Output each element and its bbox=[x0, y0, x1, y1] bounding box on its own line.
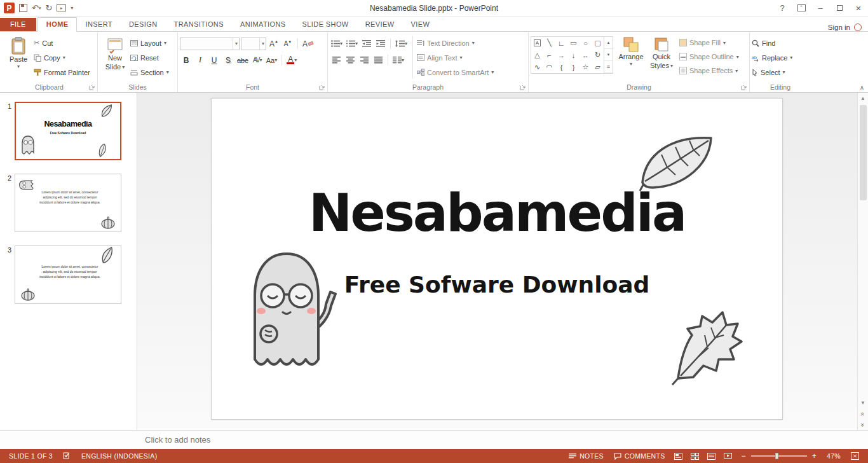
language-indicator[interactable]: ENGLISH (INDONESIA) bbox=[76, 449, 162, 463]
slide-sorter-view-button[interactable] bbox=[686, 449, 703, 463]
tab-transitions[interactable]: TRANSITIONS bbox=[166, 18, 232, 31]
slide-show-button[interactable] bbox=[719, 449, 736, 463]
font-size-combo[interactable]: ▾ bbox=[241, 38, 266, 50]
tab-review[interactable]: REVIEW bbox=[357, 18, 403, 31]
collapse-ribbon-button[interactable]: ∧ bbox=[860, 84, 864, 91]
copy-button[interactable]: Copy▾ bbox=[34, 52, 90, 64]
character-spacing-button[interactable]: AV▾ bbox=[251, 53, 264, 67]
align-left-button[interactable] bbox=[330, 53, 342, 67]
paste-button[interactable]: Paste▾ bbox=[3, 34, 34, 69]
shape-brace-right[interactable]: } bbox=[567, 61, 580, 73]
shape-elbow[interactable]: ∟ bbox=[555, 37, 567, 49]
text-direction-button[interactable]: Text Direction▾ bbox=[417, 37, 494, 49]
find-button[interactable]: Find bbox=[752, 37, 792, 49]
text-shadow-button[interactable]: S bbox=[222, 53, 234, 67]
maximize-button[interactable] bbox=[830, 0, 849, 16]
tab-animations[interactable]: ANIMATIONS bbox=[232, 18, 294, 31]
bold-button[interactable]: B bbox=[180, 53, 193, 67]
scrollbar-thumb[interactable] bbox=[860, 105, 867, 200]
tab-slide-show[interactable]: SLIDE SHOW bbox=[294, 18, 357, 31]
redo-button[interactable]: ↻ bbox=[45, 3, 52, 13]
arrange-button[interactable]: Arrange▾ bbox=[616, 34, 646, 66]
tab-home[interactable]: HOME bbox=[37, 17, 78, 32]
shape-arc[interactable]: ◠ bbox=[543, 61, 555, 73]
paragraph-dialog-launcher[interactable] bbox=[520, 84, 526, 90]
leaf-top-illustration[interactable] bbox=[639, 130, 716, 194]
strikethrough-button[interactable]: abc bbox=[236, 53, 250, 67]
tab-file[interactable]: FILE bbox=[0, 18, 36, 31]
zoom-slider[interactable] bbox=[751, 455, 807, 457]
zoom-slider-thumb[interactable] bbox=[775, 453, 778, 459]
section-button[interactable]: Section▾ bbox=[130, 66, 169, 78]
shapes-scroll-up[interactable]: ▲ bbox=[604, 37, 613, 49]
save-button[interactable] bbox=[19, 4, 27, 12]
scroll-up-button[interactable]: ▲ bbox=[858, 93, 868, 104]
shape-rectangle[interactable]: ▭ bbox=[567, 37, 580, 49]
shape-triangle[interactable]: △ bbox=[531, 49, 543, 61]
underline-button[interactable]: U bbox=[208, 53, 220, 67]
tab-view[interactable]: VIEW bbox=[402, 18, 438, 31]
shape-rounded-rectangle[interactable]: ▢ bbox=[592, 37, 604, 49]
shapes-scroll-down[interactable]: ▼ bbox=[604, 49, 613, 61]
shape-star[interactable]: ☆ bbox=[580, 61, 592, 73]
shapes-more-button[interactable]: ≡ bbox=[604, 61, 613, 73]
shape-outline-button[interactable]: Shape Outline▾ bbox=[679, 51, 739, 62]
thumbnail-slide-3[interactable]: Lorem ipsum dolor sit amet, consectetur … bbox=[15, 245, 121, 304]
slide-indicator[interactable]: SLIDE 1 OF 3 bbox=[4, 449, 58, 463]
font-color-button[interactable]: A▾ bbox=[285, 53, 298, 67]
scroll-down-button[interactable]: ▼ bbox=[858, 397, 868, 408]
thumbnail-slide-1[interactable]: Nesabamedia Free Sofware Download bbox=[15, 102, 121, 160]
format-painter-button[interactable]: Format Painter bbox=[34, 66, 90, 78]
ghost-illustration[interactable] bbox=[237, 250, 337, 389]
reset-button[interactable]: Reset bbox=[130, 52, 169, 64]
minimize-button[interactable]: – bbox=[811, 0, 830, 16]
leaf-bottom-illustration[interactable] bbox=[670, 307, 745, 386]
shape-arrow-double[interactable]: ↔ bbox=[580, 49, 592, 61]
zoom-level[interactable]: 47% bbox=[822, 449, 846, 463]
tab-design[interactable]: DESIGN bbox=[121, 18, 166, 31]
clipboard-dialog-launcher[interactable] bbox=[89, 84, 95, 90]
next-slide-button[interactable]: » bbox=[858, 419, 868, 430]
columns-button[interactable]: ▾ bbox=[391, 53, 405, 67]
ribbon-display-options-button[interactable]: ^ bbox=[792, 0, 811, 16]
italic-button[interactable]: I bbox=[194, 53, 207, 67]
notes-pane[interactable]: Click to add notes bbox=[0, 430, 868, 449]
zoom-in-button[interactable]: + bbox=[812, 452, 817, 460]
undo-button[interactable]: ↶▾ bbox=[32, 3, 41, 13]
justify-button[interactable] bbox=[372, 53, 384, 67]
close-button[interactable]: × bbox=[849, 0, 868, 16]
numbering-button[interactable]: ▾ bbox=[345, 37, 359, 50]
increase-font-size-button[interactable]: A▲ bbox=[268, 37, 280, 50]
clear-formatting-button[interactable]: A bbox=[301, 37, 315, 50]
align-text-button[interactable]: Align Text▾ bbox=[417, 52, 494, 64]
align-center-button[interactable] bbox=[344, 53, 356, 67]
shape-oval[interactable]: ○ bbox=[580, 37, 592, 49]
shape-arrow-right[interactable]: → bbox=[555, 49, 567, 61]
start-from-beginning-button[interactable]: ▸ bbox=[57, 4, 66, 11]
shape-fill-button[interactable]: Shape Fill▾ bbox=[679, 37, 739, 48]
shape-circular-arrow[interactable]: ↻ bbox=[592, 49, 604, 61]
thumbnail-slide-2[interactable]: Lorem ipsum dolor sit amet, consectetur … bbox=[15, 174, 121, 232]
cut-button[interactable]: ✂Cut bbox=[34, 37, 90, 49]
spell-check-button[interactable] bbox=[58, 449, 76, 463]
slide-editor[interactable]: Nesabamedia Free Sofware Download bbox=[211, 98, 783, 420]
shape-parallelogram[interactable]: ▱ bbox=[592, 61, 604, 73]
customize-qat-button[interactable]: ▾ bbox=[71, 5, 73, 11]
shape-connector[interactable]: ⌐ bbox=[543, 49, 555, 61]
decrease-indent-button[interactable] bbox=[360, 37, 373, 50]
normal-view-button[interactable] bbox=[670, 449, 686, 463]
sign-in-button[interactable]: Sign in bbox=[828, 24, 868, 31]
shape-arrow-down[interactable]: ↓ bbox=[567, 49, 580, 61]
layout-button[interactable]: Layout▾ bbox=[130, 37, 169, 49]
drawing-dialog-launcher[interactable] bbox=[741, 84, 747, 90]
replace-button[interactable]: ab Replace▾ bbox=[752, 52, 792, 64]
font-dialog-launcher[interactable] bbox=[319, 84, 325, 90]
align-right-button[interactable] bbox=[358, 53, 370, 67]
previous-slide-button[interactable]: « bbox=[858, 408, 868, 419]
increase-indent-button[interactable] bbox=[374, 37, 387, 50]
decrease-font-size-button[interactable]: A▼ bbox=[281, 37, 294, 50]
fit-slide-button[interactable] bbox=[846, 449, 864, 463]
bullets-button[interactable]: ▾ bbox=[330, 37, 344, 50]
reading-view-button[interactable] bbox=[703, 449, 719, 463]
convert-to-smartart-button[interactable]: Convert to SmartArt▾ bbox=[417, 66, 494, 78]
